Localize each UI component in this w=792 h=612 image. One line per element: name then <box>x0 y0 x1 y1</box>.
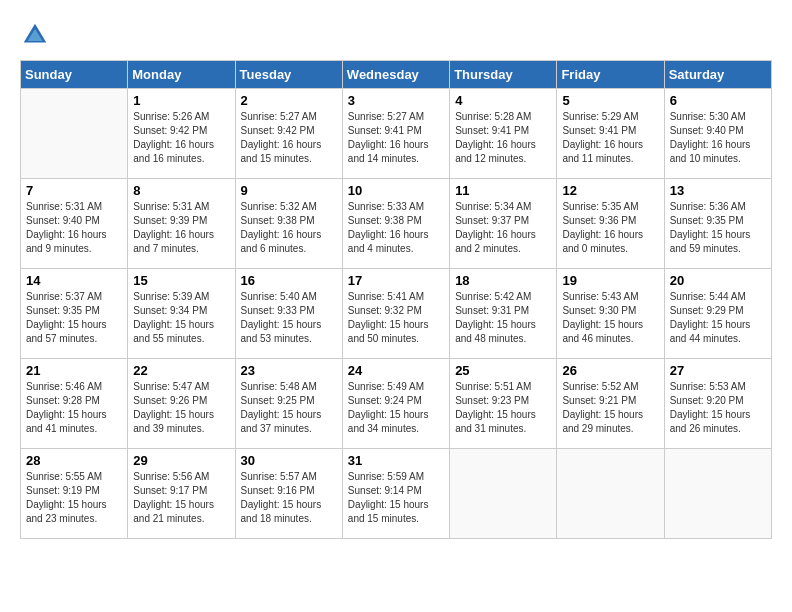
day-number: 14 <box>26 273 122 288</box>
day-info: Sunrise: 5:52 AM Sunset: 9:21 PM Dayligh… <box>562 380 658 436</box>
day-cell: 25Sunrise: 5:51 AM Sunset: 9:23 PM Dayli… <box>450 359 557 449</box>
day-info: Sunrise: 5:30 AM Sunset: 9:40 PM Dayligh… <box>670 110 766 166</box>
day-number: 13 <box>670 183 766 198</box>
day-info: Sunrise: 5:39 AM Sunset: 9:34 PM Dayligh… <box>133 290 229 346</box>
week-row-3: 14Sunrise: 5:37 AM Sunset: 9:35 PM Dayli… <box>21 269 772 359</box>
day-number: 19 <box>562 273 658 288</box>
header-day-monday: Monday <box>128 61 235 89</box>
day-number: 30 <box>241 453 337 468</box>
day-info: Sunrise: 5:56 AM Sunset: 9:17 PM Dayligh… <box>133 470 229 526</box>
day-number: 5 <box>562 93 658 108</box>
day-info: Sunrise: 5:49 AM Sunset: 9:24 PM Dayligh… <box>348 380 444 436</box>
day-info: Sunrise: 5:31 AM Sunset: 9:39 PM Dayligh… <box>133 200 229 256</box>
day-cell: 16Sunrise: 5:40 AM Sunset: 9:33 PM Dayli… <box>235 269 342 359</box>
calendar-table: SundayMondayTuesdayWednesdayThursdayFrid… <box>20 60 772 539</box>
day-number: 31 <box>348 453 444 468</box>
day-info: Sunrise: 5:47 AM Sunset: 9:26 PM Dayligh… <box>133 380 229 436</box>
week-row-4: 21Sunrise: 5:46 AM Sunset: 9:28 PM Dayli… <box>21 359 772 449</box>
day-cell: 4Sunrise: 5:28 AM Sunset: 9:41 PM Daylig… <box>450 89 557 179</box>
header-day-friday: Friday <box>557 61 664 89</box>
day-cell: 1Sunrise: 5:26 AM Sunset: 9:42 PM Daylig… <box>128 89 235 179</box>
day-info: Sunrise: 5:42 AM Sunset: 9:31 PM Dayligh… <box>455 290 551 346</box>
day-cell: 28Sunrise: 5:55 AM Sunset: 9:19 PM Dayli… <box>21 449 128 539</box>
day-cell: 18Sunrise: 5:42 AM Sunset: 9:31 PM Dayli… <box>450 269 557 359</box>
day-info: Sunrise: 5:32 AM Sunset: 9:38 PM Dayligh… <box>241 200 337 256</box>
day-cell: 21Sunrise: 5:46 AM Sunset: 9:28 PM Dayli… <box>21 359 128 449</box>
day-cell: 10Sunrise: 5:33 AM Sunset: 9:38 PM Dayli… <box>342 179 449 269</box>
day-number: 21 <box>26 363 122 378</box>
day-info: Sunrise: 5:29 AM Sunset: 9:41 PM Dayligh… <box>562 110 658 166</box>
day-number: 25 <box>455 363 551 378</box>
day-cell: 15Sunrise: 5:39 AM Sunset: 9:34 PM Dayli… <box>128 269 235 359</box>
day-cell <box>557 449 664 539</box>
header-row: SundayMondayTuesdayWednesdayThursdayFrid… <box>21 61 772 89</box>
page-header <box>20 20 772 50</box>
day-cell: 29Sunrise: 5:56 AM Sunset: 9:17 PM Dayli… <box>128 449 235 539</box>
day-info: Sunrise: 5:44 AM Sunset: 9:29 PM Dayligh… <box>670 290 766 346</box>
day-cell: 8Sunrise: 5:31 AM Sunset: 9:39 PM Daylig… <box>128 179 235 269</box>
day-cell: 12Sunrise: 5:35 AM Sunset: 9:36 PM Dayli… <box>557 179 664 269</box>
day-info: Sunrise: 5:33 AM Sunset: 9:38 PM Dayligh… <box>348 200 444 256</box>
day-info: Sunrise: 5:53 AM Sunset: 9:20 PM Dayligh… <box>670 380 766 436</box>
day-number: 16 <box>241 273 337 288</box>
day-info: Sunrise: 5:27 AM Sunset: 9:42 PM Dayligh… <box>241 110 337 166</box>
day-number: 11 <box>455 183 551 198</box>
day-info: Sunrise: 5:34 AM Sunset: 9:37 PM Dayligh… <box>455 200 551 256</box>
day-info: Sunrise: 5:55 AM Sunset: 9:19 PM Dayligh… <box>26 470 122 526</box>
day-number: 28 <box>26 453 122 468</box>
day-number: 17 <box>348 273 444 288</box>
logo-icon <box>20 20 50 50</box>
day-number: 7 <box>26 183 122 198</box>
day-number: 1 <box>133 93 229 108</box>
day-info: Sunrise: 5:35 AM Sunset: 9:36 PM Dayligh… <box>562 200 658 256</box>
day-number: 26 <box>562 363 658 378</box>
day-cell: 27Sunrise: 5:53 AM Sunset: 9:20 PM Dayli… <box>664 359 771 449</box>
week-row-1: 1Sunrise: 5:26 AM Sunset: 9:42 PM Daylig… <box>21 89 772 179</box>
day-info: Sunrise: 5:31 AM Sunset: 9:40 PM Dayligh… <box>26 200 122 256</box>
day-cell: 5Sunrise: 5:29 AM Sunset: 9:41 PM Daylig… <box>557 89 664 179</box>
day-number: 2 <box>241 93 337 108</box>
day-cell: 23Sunrise: 5:48 AM Sunset: 9:25 PM Dayli… <box>235 359 342 449</box>
day-info: Sunrise: 5:57 AM Sunset: 9:16 PM Dayligh… <box>241 470 337 526</box>
day-cell <box>664 449 771 539</box>
day-cell: 31Sunrise: 5:59 AM Sunset: 9:14 PM Dayli… <box>342 449 449 539</box>
day-cell: 22Sunrise: 5:47 AM Sunset: 9:26 PM Dayli… <box>128 359 235 449</box>
day-number: 3 <box>348 93 444 108</box>
day-cell: 6Sunrise: 5:30 AM Sunset: 9:40 PM Daylig… <box>664 89 771 179</box>
day-number: 8 <box>133 183 229 198</box>
day-cell: 2Sunrise: 5:27 AM Sunset: 9:42 PM Daylig… <box>235 89 342 179</box>
day-info: Sunrise: 5:51 AM Sunset: 9:23 PM Dayligh… <box>455 380 551 436</box>
week-row-5: 28Sunrise: 5:55 AM Sunset: 9:19 PM Dayli… <box>21 449 772 539</box>
day-info: Sunrise: 5:48 AM Sunset: 9:25 PM Dayligh… <box>241 380 337 436</box>
day-info: Sunrise: 5:28 AM Sunset: 9:41 PM Dayligh… <box>455 110 551 166</box>
day-cell: 24Sunrise: 5:49 AM Sunset: 9:24 PM Dayli… <box>342 359 449 449</box>
day-cell: 9Sunrise: 5:32 AM Sunset: 9:38 PM Daylig… <box>235 179 342 269</box>
day-cell: 11Sunrise: 5:34 AM Sunset: 9:37 PM Dayli… <box>450 179 557 269</box>
day-info: Sunrise: 5:27 AM Sunset: 9:41 PM Dayligh… <box>348 110 444 166</box>
day-number: 23 <box>241 363 337 378</box>
header-day-sunday: Sunday <box>21 61 128 89</box>
day-info: Sunrise: 5:36 AM Sunset: 9:35 PM Dayligh… <box>670 200 766 256</box>
day-number: 24 <box>348 363 444 378</box>
day-number: 4 <box>455 93 551 108</box>
day-cell: 3Sunrise: 5:27 AM Sunset: 9:41 PM Daylig… <box>342 89 449 179</box>
day-info: Sunrise: 5:26 AM Sunset: 9:42 PM Dayligh… <box>133 110 229 166</box>
day-cell: 13Sunrise: 5:36 AM Sunset: 9:35 PM Dayli… <box>664 179 771 269</box>
day-info: Sunrise: 5:41 AM Sunset: 9:32 PM Dayligh… <box>348 290 444 346</box>
day-cell: 20Sunrise: 5:44 AM Sunset: 9:29 PM Dayli… <box>664 269 771 359</box>
day-number: 20 <box>670 273 766 288</box>
day-number: 22 <box>133 363 229 378</box>
day-cell: 14Sunrise: 5:37 AM Sunset: 9:35 PM Dayli… <box>21 269 128 359</box>
day-cell: 19Sunrise: 5:43 AM Sunset: 9:30 PM Dayli… <box>557 269 664 359</box>
day-number: 6 <box>670 93 766 108</box>
header-day-wednesday: Wednesday <box>342 61 449 89</box>
header-day-thursday: Thursday <box>450 61 557 89</box>
day-number: 9 <box>241 183 337 198</box>
logo <box>20 20 54 50</box>
day-cell: 17Sunrise: 5:41 AM Sunset: 9:32 PM Dayli… <box>342 269 449 359</box>
day-number: 10 <box>348 183 444 198</box>
day-number: 27 <box>670 363 766 378</box>
header-day-tuesday: Tuesday <box>235 61 342 89</box>
day-cell <box>450 449 557 539</box>
day-info: Sunrise: 5:40 AM Sunset: 9:33 PM Dayligh… <box>241 290 337 346</box>
